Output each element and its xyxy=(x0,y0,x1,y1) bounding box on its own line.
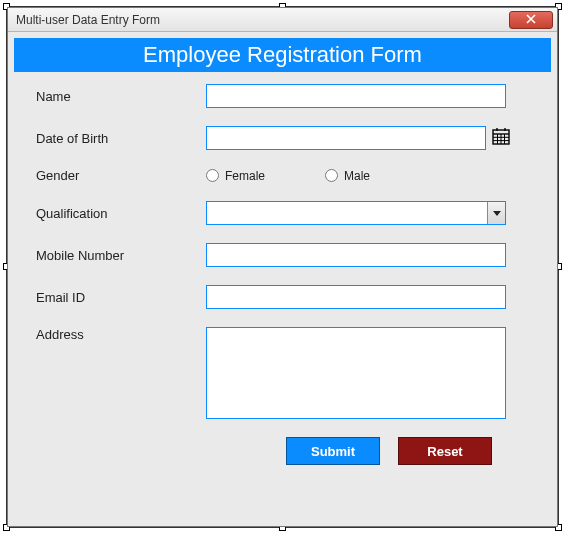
radio-male-label: Male xyxy=(344,169,370,183)
label-address: Address xyxy=(26,327,206,342)
row-email: Email ID xyxy=(26,285,539,309)
radio-male[interactable]: Male xyxy=(325,169,370,183)
label-name: Name xyxy=(26,89,206,104)
calendar-button[interactable] xyxy=(490,127,512,149)
label-dob: Date of Birth xyxy=(26,131,206,146)
radio-male-input[interactable] xyxy=(325,169,338,182)
reset-button-label: Reset xyxy=(427,444,462,459)
row-gender: Gender Female Male xyxy=(26,168,539,183)
window-titlebar: Multi-user Data Entry Form xyxy=(8,8,557,32)
button-row: Submit Reset xyxy=(286,437,539,465)
row-mobile: Mobile Number xyxy=(26,243,539,267)
row-address: Address xyxy=(26,327,539,419)
designer-selection-frame: Multi-user Data Entry Form Employee Regi… xyxy=(6,6,559,528)
submit-button-label: Submit xyxy=(311,444,355,459)
form-body: Name Date of Birth xyxy=(26,84,539,465)
submit-button[interactable]: Submit xyxy=(286,437,380,465)
label-mobile: Mobile Number xyxy=(26,248,206,263)
radio-female-input[interactable] xyxy=(206,169,219,182)
name-input[interactable] xyxy=(206,84,506,108)
reset-button[interactable]: Reset xyxy=(398,437,492,465)
label-qualification: Qualification xyxy=(26,206,206,221)
window-title: Multi-user Data Entry Form xyxy=(16,13,160,27)
label-email: Email ID xyxy=(26,290,206,305)
radio-female[interactable]: Female xyxy=(206,169,265,183)
form-title: Employee Registration Form xyxy=(143,42,422,68)
calendar-icon xyxy=(492,127,510,149)
close-icon xyxy=(526,13,536,27)
dob-input[interactable] xyxy=(206,126,486,150)
chevron-down-icon xyxy=(493,206,501,220)
row-dob: Date of Birth xyxy=(26,126,539,150)
qualification-combobox[interactable] xyxy=(206,201,506,225)
combobox-arrow[interactable] xyxy=(487,202,505,224)
userform-window: Multi-user Data Entry Form Employee Regi… xyxy=(7,7,558,527)
form-header: Employee Registration Form xyxy=(14,38,551,72)
close-button[interactable] xyxy=(509,11,553,29)
radio-female-label: Female xyxy=(225,169,265,183)
mobile-input[interactable] xyxy=(206,243,506,267)
address-textarea[interactable] xyxy=(206,327,506,419)
label-gender: Gender xyxy=(26,168,206,183)
row-name: Name xyxy=(26,84,539,108)
email-input[interactable] xyxy=(206,285,506,309)
row-qualification: Qualification xyxy=(26,201,539,225)
